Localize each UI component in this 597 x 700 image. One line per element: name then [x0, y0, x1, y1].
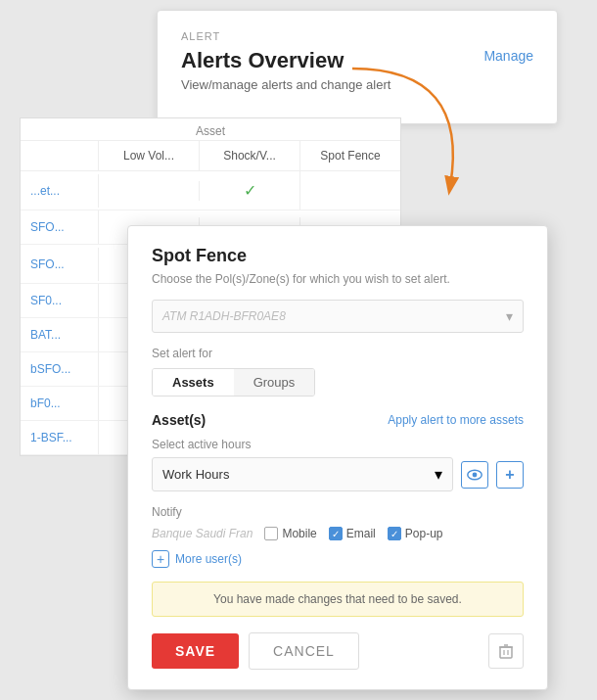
zone-dropdown[interactable]: ATM R1ADH-BFR0AE8 ▾: [152, 300, 524, 333]
row-asset-name: bSFO...: [21, 352, 99, 386]
eye-icon: [467, 469, 482, 481]
zone-dropdown-value: ATM R1ADH-BFR0AE8: [162, 309, 506, 323]
active-hours-label: Select active hours: [152, 438, 524, 451]
cancel-button[interactable]: CANCEL: [249, 632, 359, 670]
svg-rect-3: [500, 647, 512, 658]
add-user-icon: +: [152, 550, 169, 568]
set-alert-label: Set alert for: [152, 347, 524, 360]
work-hours-dropdown[interactable]: Work Hours ▾: [152, 457, 453, 491]
delete-button[interactable]: [488, 633, 524, 669]
more-users-row[interactable]: + More user(s): [152, 550, 524, 568]
add-hours-button[interactable]: +: [496, 461, 524, 489]
alerts-overview-card: ALERT Alerts Overview Manage View/manage…: [157, 10, 558, 124]
table-column-headers: Low Vol... Shock/V... Spot Fence: [21, 141, 400, 171]
plus-icon: +: [505, 466, 514, 484]
chevron-down-icon: ▾: [506, 308, 513, 324]
trash-icon: [499, 643, 513, 659]
email-checkbox[interactable]: ✓ Email: [329, 527, 376, 540]
row-asset-name: SF0...: [21, 284, 99, 317]
col-name-header: [21, 141, 99, 170]
apply-alert-link[interactable]: Apply alert to more assets: [388, 413, 524, 427]
tab-assets[interactable]: Assets: [153, 369, 234, 396]
row-asset-name: SFO...: [21, 248, 99, 281]
notify-label: Notify: [152, 505, 524, 519]
dialog-subtitle: Choose the Pol(s)/Zone(s) for which you …: [152, 272, 524, 286]
manage-link[interactable]: Manage: [483, 48, 533, 64]
mobile-checkbox[interactable]: Mobile: [264, 527, 316, 540]
assets-header-row: Asset(s) Apply alert to more assets: [152, 412, 524, 428]
work-hours-row: Work Hours ▾ +: [152, 457, 524, 491]
row-asset-name: SFO...: [21, 210, 99, 244]
tab-groups[interactable]: Groups: [234, 369, 315, 396]
alert-type-tabs: Assets Groups: [152, 368, 315, 397]
table-row: ...et... ✓: [21, 171, 400, 210]
work-hours-value: Work Hours: [162, 467, 435, 482]
dialog-actions: SAVE CANCEL: [152, 632, 524, 670]
page-title: Alerts Overview: [181, 48, 344, 73]
row-asset-name: bF0...: [21, 387, 99, 420]
checkbox-unchecked-icon: [264, 527, 278, 540]
col-spot-fence: Spot Fence: [300, 141, 400, 170]
col-low-vol: Low Vol...: [99, 141, 200, 170]
spot-fence-dialog: Spot Fence Choose the Pol(s)/Zone(s) for…: [127, 225, 548, 690]
save-button[interactable]: SAVE: [152, 633, 239, 669]
popup-checkbox[interactable]: ✓ Pop-up: [388, 527, 443, 540]
dialog-title: Spot Fence: [152, 246, 524, 266]
mobile-label: Mobile: [282, 527, 316, 540]
row-asset-name: BAT...: [21, 318, 99, 351]
row-asset-name: 1-BSF...: [21, 421, 99, 454]
assets-label: Asset(s): [152, 412, 206, 428]
email-label: Email: [346, 527, 376, 540]
warning-banner: You have made changes that need to be sa…: [152, 582, 524, 617]
col-shock-v: Shock/V...: [200, 141, 300, 170]
alert-label: ALERT: [181, 30, 533, 42]
check-icon: ✓: [244, 182, 256, 199]
asset-column-header: Asset: [21, 118, 400, 141]
popup-label: Pop-up: [405, 527, 443, 540]
user-name: Banque Saudi Fran: [152, 527, 253, 540]
notify-row: Banque Saudi Fran Mobile ✓ Email ✓ Pop-u…: [152, 527, 524, 540]
checkbox-checked-icon: ✓: [329, 527, 343, 540]
view-hours-button[interactable]: [461, 461, 488, 489]
chevron-down-icon: ▾: [435, 465, 442, 484]
checkbox-checked-icon: ✓: [388, 527, 401, 540]
more-users-label: More user(s): [175, 552, 242, 566]
row-asset-name: ...et...: [21, 174, 99, 208]
alert-subtitle: View/manage alerts and change alert: [181, 77, 533, 92]
svg-point-2: [473, 472, 478, 477]
